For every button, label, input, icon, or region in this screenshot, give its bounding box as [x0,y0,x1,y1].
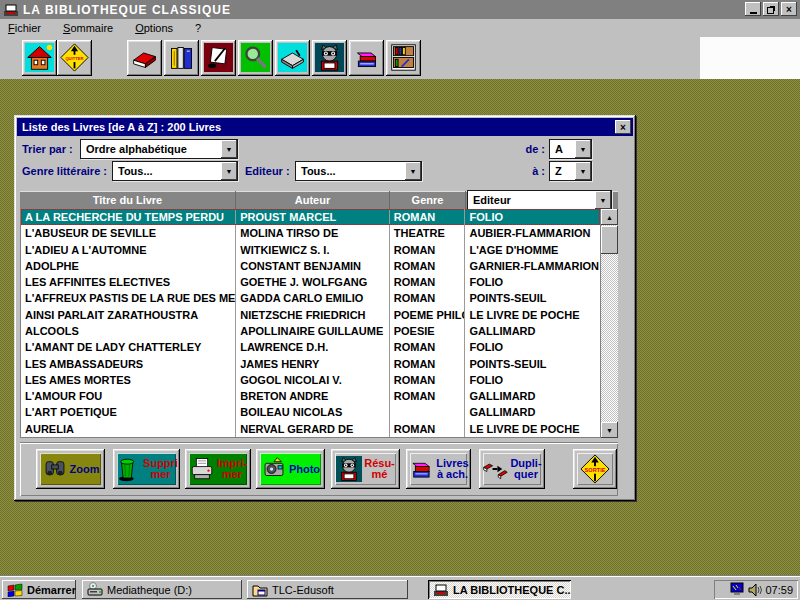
table-row[interactable]: L'ART POETIQUE BOILEAU NICOLAS GALLIMARD [21,404,600,420]
menu-fichier[interactable]: Fichier [8,22,41,34]
red-book-icon [130,43,159,72]
table-row[interactable]: LES AMES MORTES GOGOL NICOLAI V. ROMAN F… [21,372,600,388]
scroll-down-icon[interactable]: ▼ [601,422,618,438]
display-tray-icon[interactable] [730,582,745,597]
cell-title: AURELIA [21,421,236,437]
publisher-column-value: Editeur [468,194,595,206]
trash-icon [115,456,141,482]
genre-value: Tous... [113,165,221,177]
menu-options[interactable]: Options [135,22,173,34]
to-value: Z [550,165,575,177]
library-toolbar-button[interactable] [164,40,199,76]
cell-title: ADOLPHE [21,258,236,274]
restore-button[interactable] [763,2,779,16]
table-row[interactable]: L'AMOUR FOU BRETON ANDRE ROMAN GALLIMARD [21,388,600,404]
print-button[interactable]: Impri- mer [185,449,251,489]
table-row[interactable]: A LA RECHERCHE DU TEMPS PERDU PROUST MAR… [21,209,600,225]
books-to-buy-button[interactable]: Livres à ach. [406,449,471,489]
start-button[interactable]: Démarrer [2,580,76,599]
start-label: Démarrer [27,584,76,596]
table-row[interactable]: LES AFFINITES ELECTIVES GOETHE J. WOLFGA… [21,274,600,290]
task-label: TLC-Edusoft [272,584,334,596]
table-row[interactable]: L'ABUSEUR DE SEVILLE MOLINA TIRSO DE THE… [21,225,600,241]
zoom-button[interactable]: Zoom [36,449,105,489]
cell-publisher: L'AGE D'HOMME [465,242,600,258]
write-toolbar-button[interactable] [201,40,236,76]
photo-button[interactable]: Photo [256,449,325,489]
home-toolbar-button[interactable] [22,40,57,76]
table-row[interactable]: L'AFFREUX PASTIS DE LA RUE DES MER GADDA… [21,290,600,306]
search-icon [241,43,270,72]
chevron-down-icon[interactable]: ▼ [221,140,237,158]
table-body: A LA RECHERCHE DU TEMPS PERDU PROUST MAR… [20,209,601,438]
raccoon-reader-icon [336,456,362,482]
from-label: de : [509,141,545,157]
cell-title: L'ADIEU A L'AUTOMNE [21,242,236,258]
book-stack-icon [408,456,434,482]
table-row[interactable]: AINSI PARLAIT ZARATHOUSTRA NIETZSCHE FRI… [21,307,600,323]
scroll-up-icon[interactable]: ▲ [601,209,618,225]
genre-combobox[interactable]: Tous... ▼ [112,161,238,181]
cell-title: L'AMANT DE LADY CHATTERLEY [21,339,236,355]
menu-help[interactable]: ? [195,22,201,34]
close-button[interactable]: × [781,2,797,16]
chevron-down-icon[interactable]: ▼ [595,191,611,209]
menubar: Fichier Sommaire Options ? [0,19,800,37]
book-stack-icon [352,43,381,72]
menu-sommaire[interactable]: Sommaire [63,22,113,34]
summary-button[interactable]: Résu- mé [331,449,400,489]
cell-publisher: GARNIER-FLAMMARION [465,258,600,274]
notes-toolbar-button[interactable] [275,40,310,76]
from-combobox[interactable]: A ▼ [549,139,592,159]
app-icon [433,582,449,597]
delete-button[interactable]: Suppri mer [113,449,180,489]
chevron-down-icon[interactable]: ▼ [405,162,421,180]
writing-icon [204,43,233,72]
chevron-down-icon[interactable]: ▼ [575,140,591,158]
table-row[interactable]: ADOLPHE CONSTANT BENJAMIN ROMAN GARNIER-… [21,258,600,274]
column-header-title: Titre du Livre [20,191,236,209]
bookshelf-toolbar-button[interactable] [386,40,421,76]
cell-author: WITKIEWICZ S. I. [236,242,389,258]
table-row[interactable]: ALCOOLS APOLLINAIRE GUILLAUME POESIE GAL… [21,323,600,339]
exit-button[interactable]: SORTIE [573,449,617,489]
quit-toolbar-button[interactable]: QUITTER [57,40,92,76]
minimize-button[interactable] [745,2,761,16]
to-combobox[interactable]: Z ▼ [549,161,592,181]
cell-publisher: POINTS-SEUIL [465,290,600,306]
svg-text:SORTIE: SORTIE [585,467,606,473]
folder-icon [252,583,268,597]
table-row[interactable]: LES AMBASSADEURS JAMES HENRY ROMAN POINT… [21,356,600,372]
publisher-combobox[interactable]: Tous... ▼ [295,161,422,181]
task-bibliotheque[interactable]: LA BIBLIOTHEQUE C... [428,580,571,599]
bookshelf-icon [389,43,418,72]
speaker-icon[interactable] [748,583,762,597]
print-button-label: Impri- mer [217,458,248,480]
table-scrollbar[interactable]: ▲ ▼ [601,209,618,438]
chevron-down-icon[interactable]: ▼ [221,162,237,180]
book-toolbar-button[interactable] [127,40,162,76]
binoculars-icon [42,456,68,482]
publisher-column-combobox[interactable]: Editeur ▼ [467,190,612,210]
reader-toolbar-button[interactable] [312,40,347,76]
table-row[interactable]: L'ADIEU A L'AUTOMNE WITKIEWICZ S. I. ROM… [21,242,600,258]
sort-combobox[interactable]: Ordre alphabétique ▼ [80,139,238,159]
cell-title: LES AMES MORTES [21,372,236,388]
scrollbar-thumb[interactable] [601,226,618,254]
cell-author: BOILEAU NICOLAS [236,404,389,420]
duplicate-button[interactable]: Dupli- quer [479,449,545,489]
duplicate-button-label: Dupli- quer [510,458,541,480]
action-panel: Zoom Suppri mer [20,443,618,496]
task-mediatheque[interactable]: Mediatheque (D:) [82,580,242,599]
table-row[interactable]: AURELIA NERVAL GERARD DE ROMAN LE LIVRE … [21,421,600,437]
stack-toolbar-button[interactable] [349,40,384,76]
cell-title: L'AFFREUX PASTIS DE LA RUE DES MER [21,290,236,306]
table-row[interactable]: L'AMANT DE LADY CHATTERLEY LAWRENCE D.H.… [21,339,600,355]
task-tlc-edusoft[interactable]: TLC-Edusoft [247,580,408,599]
zoom-button-label: Zoom [70,464,100,475]
search-toolbar-button[interactable] [238,40,273,76]
cell-author: NERVAL GERARD DE [236,421,389,437]
dialog-close-icon[interactable]: × [615,120,631,134]
cell-title: A LA RECHERCHE DU TEMPS PERDU [21,209,236,225]
chevron-down-icon[interactable]: ▼ [575,162,591,180]
